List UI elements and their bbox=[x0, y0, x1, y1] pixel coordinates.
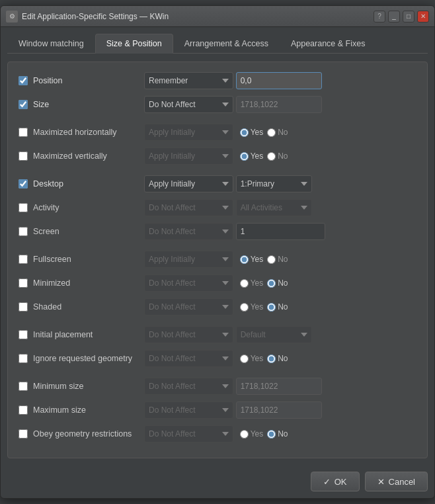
position-label[interactable]: Position bbox=[19, 76, 144, 85]
size-value[interactable]: 1718,1022 bbox=[236, 96, 322, 113]
max-v-yes-label[interactable]: Yes bbox=[240, 151, 264, 161]
max-size-checkbox[interactable] bbox=[19, 405, 28, 415]
minimized-no-radio[interactable] bbox=[267, 279, 276, 288]
screen-checkbox[interactable] bbox=[19, 227, 28, 236]
minimize-button[interactable]: _ bbox=[388, 11, 400, 22]
desktop-value-dropdown[interactable]: 1:Primary 2 3 bbox=[236, 175, 312, 192]
maximize-button[interactable]: □ bbox=[403, 11, 415, 22]
desktop-dropdown[interactable]: Apply Initially Do Not Affect Remember F… bbox=[144, 175, 233, 192]
tab-window-matching[interactable]: Window matching bbox=[7, 34, 95, 53]
fullscreen-yes-radio[interactable] bbox=[240, 255, 249, 264]
fullscreen-no-radio[interactable] bbox=[267, 255, 276, 264]
min-size-dropdown[interactable]: Do Not Affect Apply Initially Remember F… bbox=[144, 378, 233, 395]
initial-placement-label[interactable]: Initial placement bbox=[19, 330, 144, 339]
max-h-no-radio[interactable] bbox=[267, 128, 276, 137]
min-size-label[interactable]: Minimum size bbox=[19, 382, 144, 391]
shaded-checkbox[interactable] bbox=[19, 302, 28, 312]
position-checkbox[interactable] bbox=[19, 76, 28, 85]
initial-placement-dropdown[interactable]: Do Not Affect Apply Initially Remember F… bbox=[144, 326, 233, 343]
row-obey-geometry: Obey geometry restrictions Do Not Affect… bbox=[19, 425, 416, 443]
max-size-dropdown[interactable]: Do Not Affect Apply Initially Remember F… bbox=[144, 401, 233, 419]
size-label[interactable]: Size bbox=[19, 100, 144, 109]
max-h-no-label[interactable]: No bbox=[267, 128, 288, 137]
max-h-radio-group: Yes No bbox=[240, 128, 288, 137]
position-dropdown[interactable]: Remember Do Not Affect Apply Initially F… bbox=[144, 72, 233, 89]
minimized-no-label[interactable]: No bbox=[267, 278, 288, 288]
min-size-value[interactable]: 1718,1022 bbox=[236, 378, 322, 395]
size-dropdown[interactable]: Do Not Affect Apply Initially Remember F… bbox=[144, 96, 233, 113]
minimized-dropdown[interactable]: Do Not Affect Apply Initially Remember F… bbox=[144, 274, 233, 292]
fullscreen-no-label[interactable]: No bbox=[267, 255, 288, 264]
cancel-button[interactable]: ✕ Cancel bbox=[365, 472, 428, 491]
max-h-label[interactable]: Maximized horizontally bbox=[19, 128, 144, 137]
desktop-checkbox[interactable] bbox=[19, 179, 28, 189]
max-v-yes-radio[interactable] bbox=[240, 152, 249, 161]
minimized-yes-label[interactable]: Yes bbox=[240, 278, 264, 288]
tab-appearance-fixes[interactable]: Appearance & Fixes bbox=[280, 34, 377, 53]
max-v-label[interactable]: Maximized vertically bbox=[19, 151, 144, 161]
shaded-no-label[interactable]: No bbox=[267, 302, 288, 312]
shaded-no-radio[interactable] bbox=[267, 303, 276, 312]
activity-checkbox[interactable] bbox=[19, 203, 28, 212]
row-initial-placement: Initial placement Do Not Affect Apply In… bbox=[19, 325, 416, 344]
minimized-label[interactable]: Minimized bbox=[19, 278, 144, 288]
help-button[interactable]: ? bbox=[374, 11, 385, 22]
ignore-geometry-yes-label[interactable]: Yes bbox=[240, 354, 264, 363]
close-button[interactable]: ✕ bbox=[417, 11, 429, 22]
max-v-dropdown[interactable]: Apply Initially Do Not Affect Remember F… bbox=[144, 147, 233, 165]
fullscreen-checkbox[interactable] bbox=[19, 255, 28, 264]
initial-placement-value[interactable]: Default bbox=[236, 326, 312, 343]
shaded-yes-radio[interactable] bbox=[240, 303, 249, 312]
minimized-yes-radio[interactable] bbox=[240, 279, 249, 288]
max-size-value[interactable]: 1718,1022 bbox=[236, 401, 322, 419]
tab-arrangement-access[interactable]: Arrangement & Access bbox=[173, 34, 280, 53]
max-h-yes-label[interactable]: Yes bbox=[240, 128, 264, 137]
obey-geometry-yes-label[interactable]: Yes bbox=[240, 429, 264, 439]
ignore-geometry-checkbox[interactable] bbox=[19, 354, 28, 363]
activity-label[interactable]: Activity bbox=[19, 203, 144, 212]
row-fullscreen: Fullscreen Apply Initially Do Not Affect… bbox=[19, 250, 416, 269]
shaded-label[interactable]: Shaded bbox=[19, 302, 144, 312]
screen-label[interactable]: Screen bbox=[19, 227, 144, 236]
ignore-geometry-label[interactable]: Ignore requested geometry bbox=[19, 354, 144, 363]
ok-button[interactable]: ✓ OK bbox=[311, 472, 360, 491]
min-size-checkbox[interactable] bbox=[19, 382, 28, 391]
max-h-checkbox[interactable] bbox=[19, 128, 28, 137]
fullscreen-label[interactable]: Fullscreen bbox=[19, 255, 144, 264]
fullscreen-yes-label[interactable]: Yes bbox=[240, 255, 264, 264]
titlebar-left: ⚙ Edit Application-Specific Settings — K… bbox=[6, 11, 169, 22]
activity-dropdown[interactable]: Do Not Affect Apply Initially Remember F… bbox=[144, 199, 233, 216]
desktop-label[interactable]: Desktop bbox=[19, 179, 144, 189]
max-size-label[interactable]: Maximum size bbox=[19, 405, 144, 415]
max-h-dropdown[interactable]: Apply Initially Do Not Affect Remember F… bbox=[144, 124, 233, 141]
ignore-geometry-dropdown[interactable]: Do Not Affect Apply Initially Remember F… bbox=[144, 350, 233, 367]
row-activity: Activity Do Not Affect Apply Initially R… bbox=[19, 198, 416, 217]
fullscreen-dropdown[interactable]: Apply Initially Do Not Affect Remember F… bbox=[144, 251, 233, 268]
ignore-geometry-no-label[interactable]: No bbox=[267, 354, 288, 363]
obey-geometry-label[interactable]: Obey geometry restrictions bbox=[19, 429, 144, 439]
activity-value-dropdown[interactable]: All Activities bbox=[236, 199, 312, 216]
screen-dropdown[interactable]: Do Not Affect Apply Initially Remember F… bbox=[144, 223, 233, 240]
max-v-no-radio[interactable] bbox=[267, 152, 276, 161]
obey-geometry-checkbox[interactable] bbox=[19, 429, 28, 439]
max-h-yes-radio[interactable] bbox=[240, 128, 249, 137]
ignore-geometry-no-radio[interactable] bbox=[267, 355, 276, 363]
max-v-no-label[interactable]: No bbox=[267, 151, 288, 161]
obey-geometry-dropdown[interactable]: Do Not Affect Apply Initially Remember F… bbox=[144, 425, 233, 442]
row-screen: Screen Do Not Affect Apply Initially Rem… bbox=[19, 222, 416, 241]
shaded-dropdown[interactable]: Do Not Affect Apply Initially Remember F… bbox=[144, 298, 233, 315]
screen-spin-input[interactable] bbox=[237, 227, 325, 236]
obey-geometry-yes-radio[interactable] bbox=[240, 430, 249, 439]
position-value[interactable]: 0,0 bbox=[236, 72, 322, 89]
tab-size-position[interactable]: Size & Position bbox=[95, 34, 173, 54]
obey-geometry-no-radio[interactable] bbox=[267, 430, 276, 439]
row-minimized: Minimized Do Not Affect Apply Initially … bbox=[19, 274, 416, 292]
size-checkbox[interactable] bbox=[19, 100, 28, 109]
initial-placement-checkbox[interactable] bbox=[19, 330, 28, 339]
shaded-yes-label[interactable]: Yes bbox=[240, 302, 264, 312]
ignore-geometry-yes-radio[interactable] bbox=[240, 355, 249, 363]
obey-geometry-no-label[interactable]: No bbox=[267, 429, 288, 439]
max-v-checkbox[interactable] bbox=[19, 151, 28, 161]
ignore-geometry-radio-group: Yes No bbox=[240, 354, 288, 363]
minimized-checkbox[interactable] bbox=[19, 278, 28, 288]
